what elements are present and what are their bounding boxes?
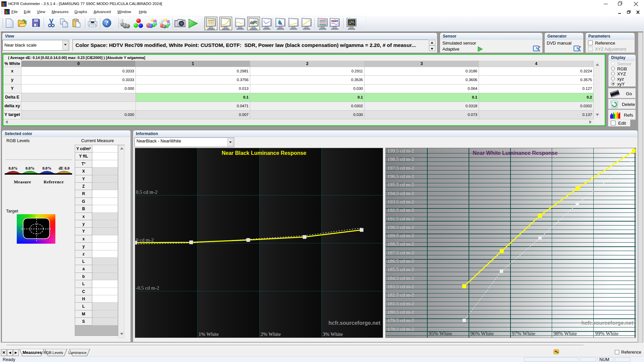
svg-text:199.5 cd m-2: 199.5 cd m-2 bbox=[387, 148, 414, 154]
svg-text:3% White: 3% White bbox=[323, 331, 343, 337]
svg-text:192.5 cd m-2: 192.5 cd m-2 bbox=[387, 207, 414, 213]
svg-text:179.5 cd m-2: 179.5 cd m-2 bbox=[387, 318, 414, 323]
svg-text:99% White: 99% White bbox=[595, 330, 619, 336]
svg-text:188.5 cd m-2: 188.5 cd m-2 bbox=[387, 241, 414, 247]
svg-text:RGB Levels: RGB Levels bbox=[44, 351, 63, 355]
svg-text:181.5 cd m-2: 181.5 cd m-2 bbox=[387, 301, 414, 306]
svg-text:194.5 cd m-2: 194.5 cd m-2 bbox=[387, 191, 414, 196]
svg-text:0 cd m-2: 0 cd m-2 bbox=[136, 237, 154, 243]
svg-text:hcfr.sourceforge.net: hcfr.sourceforge.net bbox=[581, 320, 633, 326]
svg-text:185.5 cd m-2: 185.5 cd m-2 bbox=[387, 267, 414, 272]
svg-text:193.5 cd m-2: 193.5 cd m-2 bbox=[387, 199, 414, 204]
svg-text:96% White: 96% White bbox=[470, 330, 494, 336]
svg-text:189.5 cd m-2: 189.5 cd m-2 bbox=[387, 233, 414, 238]
svg-text:?: ? bbox=[105, 19, 109, 26]
svg-text:2% White: 2% White bbox=[261, 331, 281, 337]
svg-text:0.5 cd m-2: 0.5 cd m-2 bbox=[136, 189, 158, 195]
svg-text:187.5 cd m-2: 187.5 cd m-2 bbox=[387, 250, 414, 255]
svg-text:195.5 cd m-2: 195.5 cd m-2 bbox=[387, 182, 414, 187]
svg-text:Near Black Luminance Response: Near Black Luminance Response bbox=[222, 150, 307, 156]
svg-text:Near White Luminance Response: Near White Luminance Response bbox=[473, 150, 557, 156]
svg-text:196.5 cd m-2: 196.5 cd m-2 bbox=[387, 174, 414, 179]
svg-text:95% White: 95% White bbox=[429, 330, 452, 336]
svg-text:190.5 cd m-2: 190.5 cd m-2 bbox=[387, 225, 414, 230]
svg-text:-0.5 cd m-2: -0.5 cd m-2 bbox=[136, 285, 159, 291]
svg-text:197.5 cd m-2: 197.5 cd m-2 bbox=[387, 165, 414, 171]
svg-text:191.5 cd m-2: 191.5 cd m-2 bbox=[387, 216, 414, 222]
svg-text:98% White: 98% White bbox=[553, 330, 577, 336]
svg-text:97% White: 97% White bbox=[512, 330, 535, 336]
svg-text:178.5 cd m-2: 178.5 cd m-2 bbox=[387, 326, 414, 332]
svg-text:186.5 cd m-2: 186.5 cd m-2 bbox=[387, 258, 414, 264]
svg-text:198.5 cd m-2: 198.5 cd m-2 bbox=[387, 157, 414, 162]
svg-text:Measures: Measures bbox=[22, 350, 42, 355]
svg-text:182.5 cd m-2: 182.5 cd m-2 bbox=[387, 292, 414, 298]
svg-text:184.5 cd m-2: 184.5 cd m-2 bbox=[387, 276, 414, 281]
svg-text:hcfr.sourceforge.net: hcfr.sourceforge.net bbox=[328, 320, 380, 326]
svg-text:183.5 cd m-2: 183.5 cd m-2 bbox=[387, 284, 414, 289]
svg-text:Luminance: Luminance bbox=[68, 351, 87, 355]
svg-text:180.5 cd m-2: 180.5 cd m-2 bbox=[387, 309, 414, 315]
svg-text:1% White: 1% White bbox=[199, 331, 219, 337]
